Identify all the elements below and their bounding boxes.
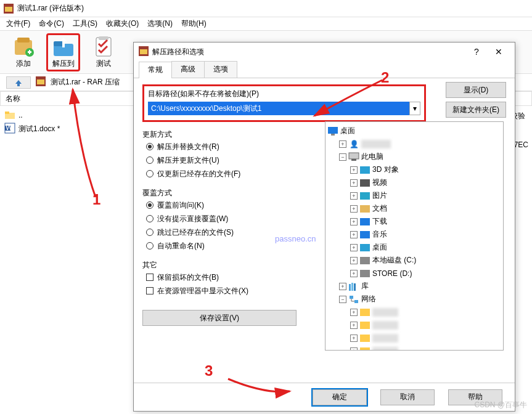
extract-dialog: 解压路径和选项 ? ✕ 常规 高级 选项 显示(D) 新建文件夹(E) 目标路径… [133, 42, 515, 412]
tree-item[interactable]: +视频 [328, 176, 501, 189]
menu-file[interactable]: 文件(F) [6, 18, 30, 29]
display-button[interactable]: 显示(D) [446, 82, 506, 98]
svg-rect-32 [360, 270, 370, 277]
svg-rect-22 [349, 153, 359, 159]
expand-icon[interactable]: + [350, 218, 358, 225]
expand-icon[interactable]: + [339, 283, 346, 290]
misc-title: 其它 [142, 260, 315, 270]
tree-network[interactable]: − 网络 [328, 293, 501, 306]
folder-icon [360, 191, 370, 201]
expand-icon[interactable]: + [350, 309, 358, 316]
cancel-button[interactable]: 取消 [380, 389, 435, 405]
dialog-body: 显示(D) 新建文件夹(E) 目标路径(如果不存在将被创建)(P) ▾ 更新方式… [134, 78, 515, 383]
expand-icon[interactable]: + [350, 192, 358, 200]
update-opt-update[interactable]: 解压并更新文件(U) [146, 153, 315, 167]
tree-item[interactable]: +3D 对象 [328, 163, 501, 176]
tree-item-hidden[interactable]: +xxxxxxx [328, 319, 501, 331]
path-dropdown-toggle[interactable]: ▾ [409, 102, 420, 115]
save-settings-button[interactable]: 保存设置(V) [142, 310, 297, 326]
tree-item[interactable]: +音乐 [328, 228, 501, 241]
add-button[interactable]: 添加 [6, 33, 40, 71]
update-opt2-label: 解压并更新文件(U) [157, 155, 219, 166]
overwrite-opt-ask[interactable]: 覆盖前询问(K) [146, 198, 315, 212]
expand-icon[interactable]: + [350, 270, 358, 277]
tree-item[interactable]: +STORE (D:) [328, 267, 501, 280]
update-opt-existing[interactable]: 仅更新已经存在的文件(F) [146, 167, 315, 181]
expand-icon[interactable]: + [350, 347, 358, 351]
tree-item-label: xxxxxxx [372, 308, 398, 317]
annotation-3: 3 [205, 362, 213, 380]
menu-favorites[interactable]: 收藏夹(O) [106, 18, 139, 29]
folder-icon [360, 307, 370, 317]
folder-icon [360, 217, 370, 227]
overwrite-opt-silent[interactable]: 没有提示直接覆盖(W) [146, 212, 315, 225]
misc-keep-broken[interactable]: 保留损坏的文件(B) [146, 270, 315, 284]
tree-item-hidden[interactable]: +xxxxxxx [328, 306, 501, 319]
expand-icon[interactable]: + [350, 179, 358, 187]
overwrite-mode-title: 覆盖方式 [142, 188, 315, 198]
user-icon: 👤 [349, 139, 359, 149]
annotation-1: 1 [92, 191, 100, 208]
test-label: 测试 [96, 59, 111, 69]
expand-icon[interactable]: + [350, 205, 358, 213]
expand-icon[interactable]: + [339, 140, 346, 148]
close-icon[interactable]: ✕ [488, 44, 510, 60]
folder-icon [360, 320, 370, 330]
expand-icon[interactable]: + [350, 257, 358, 264]
svg-rect-10 [99, 36, 108, 40]
svg-rect-1 [5, 7, 12, 12]
extract-to-button[interactable]: 解压到 [46, 33, 80, 71]
update-opt-replace[interactable]: 解压并替换文件(R) [146, 140, 315, 153]
tree-item[interactable]: +文档 [328, 202, 501, 215]
tree-user[interactable]: + 👤 xxxxxxxx [328, 137, 501, 150]
menu-help[interactable]: 帮助(H) [181, 18, 207, 29]
svg-rect-29 [360, 231, 370, 238]
tree-item[interactable]: +本地磁盘 (C:) [328, 254, 501, 267]
annotation-2: 2 [381, 69, 389, 86]
expand-icon[interactable]: + [350, 335, 358, 342]
tab-advanced[interactable]: 高级 [171, 61, 205, 78]
collapse-icon[interactable]: − [339, 296, 346, 303]
expand-icon[interactable]: + [350, 166, 358, 174]
ok-button[interactable]: 确定 [313, 389, 367, 405]
add-icon [12, 35, 35, 57]
menu-tools[interactable]: 工具(S) [73, 18, 97, 29]
tree-this-pc[interactable]: − 此电脑 [328, 150, 501, 163]
checkbox-icon [146, 274, 153, 281]
tree-desktop[interactable]: 桌面 [328, 124, 501, 137]
tab-options[interactable]: 选项 [204, 61, 237, 78]
svg-rect-27 [360, 205, 370, 213]
expand-icon[interactable]: + [350, 322, 358, 329]
svg-rect-3 [17, 38, 30, 43]
target-path-input[interactable] [148, 102, 420, 115]
collapse-icon[interactable]: − [339, 153, 346, 161]
tab-general[interactable]: 常规 [139, 62, 172, 78]
misc-show-explorer[interactable]: 在资源管理器中显示文件(X) [146, 284, 315, 298]
update-opt1-label: 解压并替换文件(R) [157, 142, 219, 152]
tree-item[interactable]: +下载 [328, 215, 501, 228]
help-button-icon[interactable]: ? [465, 44, 488, 60]
tree-item-hidden[interactable]: +xxxxxxx [328, 344, 501, 351]
tree-item-label: 桌面 [372, 242, 387, 253]
tree-item-hidden[interactable]: +xxxxxxx [328, 331, 501, 344]
svg-rect-28 [360, 218, 370, 225]
new-folder-button[interactable]: 新建文件夹(E) [446, 102, 506, 118]
test-button[interactable]: 测试 [86, 33, 120, 71]
menu-options[interactable]: 选项(N) [147, 18, 173, 29]
up-button[interactable] [6, 76, 31, 89]
tree-libraries[interactable]: + 库 [328, 280, 501, 293]
svg-rect-41 [360, 347, 370, 351]
overwrite-opt3-label: 跳过已经存在的文件(S) [157, 227, 234, 238]
tree-item[interactable]: +桌面 [328, 241, 501, 254]
chevron-down-icon: ▾ [413, 104, 417, 113]
menu-command[interactable]: 命令(C) [39, 18, 64, 29]
expand-icon[interactable]: + [350, 244, 358, 251]
svg-rect-37 [354, 300, 358, 303]
svg-rect-30 [360, 244, 370, 251]
target-path-label: 目标路径(如果不存在将被创建)(P) [148, 89, 420, 99]
tree-item-label: xxxxxxx [372, 347, 398, 351]
tree-item[interactable]: +图片 [328, 189, 501, 202]
folder-icon [360, 165, 370, 175]
expand-icon[interactable]: + [350, 231, 358, 238]
folder-tree[interactable]: 桌面 + 👤 xxxxxxxx − 此电脑 +3D 对象+视频+图片+文档+下载… [325, 121, 504, 351]
